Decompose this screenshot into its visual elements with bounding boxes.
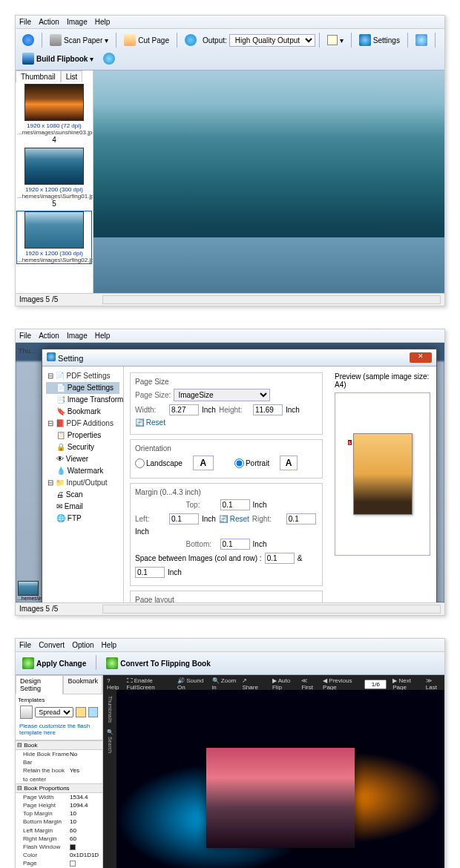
prop-row[interactable]: Left Margin60 — [16, 826, 102, 835]
tree-viewer[interactable]: 👁 Viewer — [46, 453, 119, 465]
page-size-select[interactable]: ImageSize — [174, 389, 270, 401]
apply-icon — [22, 657, 34, 669]
thumbnail-item[interactable]: 1920 x 1200 (300 dpi) ...hemes\images\Su… — [17, 148, 91, 208]
tree-email[interactable]: ✉ Email — [46, 501, 119, 513]
template-select[interactable]: Spread — [35, 707, 73, 717]
space-row-input[interactable] — [135, 567, 165, 578]
tree-watermark[interactable]: 💧 Watermark — [46, 465, 119, 477]
tab-thumbnail[interactable]: Thumbnail — [16, 70, 61, 82]
first-page-button[interactable]: ≪ First — [301, 677, 317, 691]
space-col-input[interactable] — [265, 553, 295, 564]
menu-file[interactable]: File — [19, 18, 31, 26]
reset-size-button[interactable]: 🔄 Reset — [135, 418, 165, 427]
build-flipbook-button[interactable]: Build Flipbook ▾ — [19, 50, 97, 67]
options-button[interactable] — [412, 32, 431, 48]
fb-toolbar: Apply Change Convert To Flipping Book — [16, 652, 444, 675]
thumbnail-item[interactable]: 1920 x 1080 (72 dpi) ...mes\images\sunsh… — [17, 84, 91, 144]
menu-action[interactable]: Action — [39, 18, 59, 26]
apply-change-button[interactable]: Apply Change — [19, 655, 90, 671]
menu-action[interactable]: Action — [39, 332, 59, 340]
tree-group-pdf[interactable]: ⊟ 📄 PDF Settings — [46, 370, 119, 382]
tree-ftp[interactable]: 🌐 FTP — [46, 513, 119, 525]
share-button[interactable]: ↗ Share — [242, 677, 260, 691]
tree-group-io[interactable]: ⊟ 📁 Input/Output — [46, 477, 119, 489]
output-quality-select[interactable]: High Quality Output — [229, 34, 315, 47]
horizontal-scrollbar[interactable] — [102, 295, 441, 304]
flipbook-window: File Convert Option Help Apply Change Co… — [15, 638, 445, 868]
menu-convert[interactable]: Convert — [39, 641, 65, 649]
portrait-radio[interactable]: Portrait — [234, 458, 269, 468]
margin-bottom-input[interactable] — [220, 539, 250, 550]
prev-page-button[interactable]: ◀ Previous Page — [323, 677, 358, 691]
menu-help[interactable]: Help — [95, 332, 111, 340]
tree-image-transform[interactable]: 📑 Image Transform — [46, 394, 119, 406]
output-help-button[interactable] — [181, 32, 200, 48]
color-picker-button[interactable]: ▾ — [323, 33, 347, 47]
menu-help[interactable]: Help — [95, 18, 111, 26]
side-tab-search[interactable]: 🔍 Search — [107, 729, 113, 753]
scan-paper-button[interactable]: Scan Paper ▾ — [46, 32, 112, 48]
last-page-button[interactable]: ≫ Last — [426, 677, 441, 691]
zoom-button[interactable]: 🔍 Zoom in — [212, 677, 237, 691]
next-page-button[interactable]: ▶ Next Page — [392, 677, 419, 691]
tree-properties[interactable]: 📋 Properties — [46, 430, 119, 441]
menu-file[interactable]: File — [19, 641, 31, 649]
fullscreen-button[interactable]: ⛶ Enable FullScreen — [127, 677, 171, 691]
save-template-button[interactable] — [88, 707, 98, 717]
reset-margin-button[interactable]: 🔄 Reset — [219, 515, 249, 523]
status-bar: Images 5 /5 — [16, 293, 444, 306]
prop-row[interactable]: Page Background Color0xFFFFFF — [16, 859, 102, 868]
menu-image[interactable]: Image — [67, 18, 88, 26]
prop-row[interactable]: Page Height1094.4 — [16, 801, 102, 809]
settings-button[interactable]: Settings — [355, 32, 404, 48]
horizontal-scrollbar[interactable] — [102, 605, 441, 614]
margin-right-input[interactable] — [286, 513, 316, 525]
flipbook-page[interactable] — [206, 748, 355, 848]
menu-image[interactable]: Image — [67, 332, 88, 340]
page-number-input[interactable] — [364, 680, 387, 689]
tab-list[interactable]: List — [61, 70, 83, 82]
prop-row[interactable]: Hide Book Frame BarNo — [16, 750, 102, 766]
close-button[interactable]: ✕ — [410, 352, 432, 363]
landscape-radio[interactable]: Landscape — [135, 458, 183, 468]
help-button[interactable]: ? Help — [107, 677, 121, 691]
height-input[interactable] — [253, 404, 283, 415]
menu-file[interactable]: File — [19, 332, 31, 340]
tab-design-setting[interactable]: Design Setting — [16, 675, 63, 694]
bg-thumb — [18, 581, 39, 596]
open-template-button[interactable] — [76, 707, 85, 717]
prop-row[interactable]: Bottom Margin10 — [16, 818, 102, 826]
width-input[interactable] — [169, 404, 199, 415]
prop-group[interactable]: ⊟ Book — [16, 740, 102, 750]
prop-row[interactable]: Top Margin10 — [16, 809, 102, 818]
margin-left-input[interactable] — [169, 513, 199, 525]
cut-page-button[interactable]: Cut Page — [120, 32, 173, 48]
tree-security[interactable]: 🔒 Security — [46, 441, 119, 453]
margin-top-input[interactable] — [220, 499, 250, 510]
help-button[interactable] — [99, 50, 119, 67]
thumbnail-image — [24, 84, 84, 121]
tree-group-additions[interactable]: ⊟ 📕 PDF Additions — [46, 418, 119, 430]
tree-page-settings[interactable]: 📄 Page Settings — [46, 382, 119, 394]
settings-form: Page Size Page Size: ImageSize Width: In… — [124, 366, 329, 602]
prop-row[interactable]: Flash Window Color0x1D1D1D — [16, 843, 102, 859]
thumbnail-item[interactable]: 1920 x 1200 (300 dpi) ...hemes\images\Su… — [17, 211, 91, 263]
sound-button[interactable]: 🔊 Sound On — [177, 677, 206, 691]
menu-option[interactable]: Option — [72, 641, 93, 649]
prop-row[interactable]: Retain the book to centerYes — [16, 766, 102, 783]
gear-icon — [359, 34, 371, 46]
autoflip-button[interactable]: ▶ Auto Flip — [272, 677, 295, 691]
tab-bookmark[interactable]: Bookmark — [63, 675, 102, 694]
menu-help[interactable]: Help — [102, 641, 117, 649]
prop-group[interactable]: ⊟ Book Proportions — [16, 783, 102, 793]
prop-row[interactable]: Page Width1534.4 — [16, 793, 102, 801]
flipbook-stage[interactable] — [116, 690, 444, 868]
settings-tree: ⊟ 📄 PDF Settings 📄 Page Settings 📑 Image… — [42, 366, 124, 602]
history-back-button[interactable] — [19, 32, 38, 48]
convert-button[interactable]: Convert To Flipping Book — [102, 655, 214, 671]
side-tab-thumbnails[interactable]: Thumbnails — [108, 696, 113, 723]
app1-workspace: Thumbnail List 1920 x 1080 (72 dpi) ...m… — [16, 70, 444, 293]
prop-row[interactable]: Right Margin60 — [16, 835, 102, 843]
tree-scan[interactable]: 🖨 Scan — [46, 489, 119, 501]
tree-bookmark[interactable]: 🔖 Bookmark — [46, 406, 119, 418]
